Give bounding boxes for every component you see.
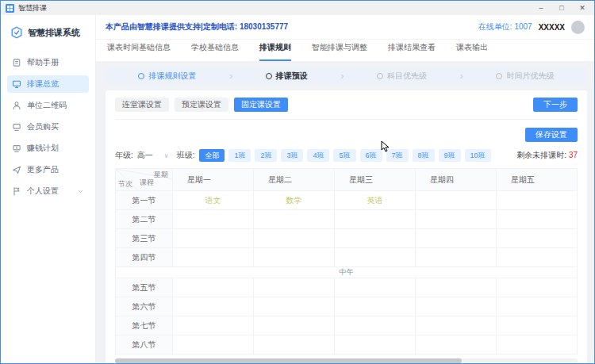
class-button-5[interactable]: 5班 <box>333 149 355 162</box>
sidebar-item-personal[interactable]: 个人设置 <box>7 182 89 200</box>
class-button-10[interactable]: 10班 <box>465 149 491 162</box>
timetable-cell[interactable] <box>335 316 416 335</box>
timetable-cell[interactable] <box>416 191 497 210</box>
class-button-7[interactable]: 7班 <box>386 149 409 162</box>
timetable-cell[interactable] <box>416 335 497 354</box>
save-settings-button[interactable]: 保存设置 <box>525 128 578 142</box>
class-button-0[interactable]: 全部 <box>199 149 225 162</box>
sidebar-item-label: 赚钱计划 <box>27 143 59 154</box>
class-button-1[interactable]: 1班 <box>228 149 251 162</box>
minimize-button[interactable]: – <box>531 2 551 14</box>
sidebar-item-overview[interactable]: 排课总览 <box>7 75 89 93</box>
tab-3[interactable]: 智能排课与调整 <box>312 42 367 61</box>
close-button[interactable]: ✕ <box>572 2 593 14</box>
flag-icon <box>12 186 21 196</box>
timetable-cell[interactable] <box>335 278 416 297</box>
timetable-cell[interactable] <box>254 316 335 335</box>
preset-tab-0[interactable]: 连堂课设置 <box>115 98 169 112</box>
class-button-4[interactable]: 4班 <box>307 149 329 162</box>
step-3[interactable]: 时间片优先级 <box>496 71 554 82</box>
timetable-cell[interactable] <box>254 210 335 229</box>
timetable-cell[interactable] <box>497 278 578 297</box>
avatar[interactable] <box>571 21 585 34</box>
chevron-down-icon: ∨ <box>164 152 169 159</box>
class-button-8[interactable]: 8班 <box>413 149 435 162</box>
timetable-cell[interactable] <box>335 229 416 248</box>
tab-4[interactable]: 排课结果查看 <box>388 42 436 61</box>
step-label: 排课规则设置 <box>148 71 196 82</box>
timetable-cell[interactable] <box>497 210 578 229</box>
maximize-button[interactable]: □ <box>551 2 572 14</box>
timetable-cell[interactable] <box>497 297 578 316</box>
timetable-cell[interactable]: 语文 <box>173 191 254 210</box>
tab-1[interactable]: 学校基础信息 <box>191 42 239 61</box>
sidebar-item-more-products[interactable]: 更多产品 <box>7 161 89 178</box>
timetable-cell[interactable]: 数学 <box>254 191 335 210</box>
corner-week-label: 星期 <box>154 170 168 180</box>
class-button-3[interactable]: 3班 <box>281 149 303 162</box>
grade-label: 年级: <box>115 150 133 161</box>
timetable-cell[interactable] <box>254 278 335 297</box>
step-0[interactable]: 排课规则设置 <box>138 71 196 82</box>
timetable-cell[interactable] <box>416 278 497 297</box>
timetable-cell[interactable] <box>416 229 497 248</box>
app-icon <box>6 4 14 13</box>
preset-tab-2[interactable]: 固定课设置 <box>234 98 288 112</box>
timetable-cell[interactable] <box>254 297 335 316</box>
sidebar-item-unit-qrcode[interactable]: 单位二维码 <box>7 97 89 114</box>
timetable-cell[interactable] <box>416 248 497 267</box>
step-2[interactable]: 科目优先级 <box>377 71 427 82</box>
tab-0[interactable]: 课表时间基础信息 <box>107 42 171 61</box>
timetable-cell[interactable] <box>335 210 416 229</box>
timetable-cell[interactable] <box>497 335 578 354</box>
content-area: 排课规则设置›排课预设›科目优先级›时间片优先级 连堂课设置预定课设置固定课设置… <box>96 61 594 363</box>
scrollbar-thumb[interactable] <box>115 358 462 363</box>
period-label-4: 第五节 <box>116 278 173 297</box>
monitor-icon <box>12 79 21 89</box>
timetable-cell[interactable] <box>416 316 497 335</box>
timetable-cell[interactable] <box>497 248 578 267</box>
sidebar-item-label: 更多产品 <box>27 164 59 175</box>
horizontal-scrollbar[interactable] <box>115 358 578 363</box>
day-header-1: 星期二 <box>254 169 335 191</box>
timetable-cell[interactable] <box>173 229 254 248</box>
titlebar: 智慧排课 – □ ✕ <box>1 1 594 15</box>
timetable-cell[interactable]: 英语 <box>335 191 416 210</box>
day-header-0: 星期一 <box>173 169 254 191</box>
period-label-6: 第七节 <box>116 316 173 335</box>
class-button-9[interactable]: 9班 <box>439 149 461 162</box>
sidebar-item-earn-plan[interactable]: 赚钱计划 <box>7 140 89 157</box>
timetable-cell[interactable] <box>173 210 254 229</box>
tab-2[interactable]: 排课规则 <box>259 42 291 61</box>
timetable-cell[interactable] <box>254 229 335 248</box>
timetable-cell[interactable] <box>254 335 335 354</box>
tab-5[interactable]: 课表输出 <box>456 42 488 61</box>
timetable-cell[interactable] <box>497 316 578 335</box>
timetable-cell[interactable] <box>497 191 578 210</box>
preset-tab-1[interactable]: 预定课设置 <box>175 98 228 112</box>
grade-select[interactable]: 高一 ∨ <box>137 150 169 161</box>
timetable-cell[interactable] <box>335 335 416 354</box>
period-label-2: 第三节 <box>116 229 173 248</box>
topbar: 本产品由智慧排课提供支持|定制电话: 18030135777 在线单位: 100… <box>96 15 594 39</box>
timetable-cell[interactable] <box>173 297 254 316</box>
timetable-cell[interactable] <box>497 229 578 248</box>
timetable-cell[interactable] <box>416 210 497 229</box>
timetable-cell[interactable] <box>173 278 254 297</box>
timetable-cell[interactable] <box>173 335 254 354</box>
support-text: 本产品由智慧排课提供支持|定制电话: 18030135777 <box>106 21 288 33</box>
timetable-cell[interactable] <box>173 248 254 267</box>
class-label: 班级: <box>177 150 195 161</box>
step-label: 科目优先级 <box>387 71 427 82</box>
timetable-cell[interactable] <box>173 316 254 335</box>
timetable-cell[interactable] <box>254 248 335 267</box>
next-step-button[interactable]: 下一步 <box>533 98 578 112</box>
sidebar-item-member-buy[interactable]: 会员购买 <box>7 118 89 136</box>
timetable-cell[interactable] <box>416 297 497 316</box>
timetable-cell[interactable] <box>335 297 416 316</box>
class-button-6[interactable]: 6班 <box>360 149 382 162</box>
step-1[interactable]: 排课预设 <box>266 71 308 82</box>
class-button-2[interactable]: 2班 <box>255 149 277 162</box>
sidebar-item-help-manual[interactable]: 帮助手册 <box>7 54 89 71</box>
timetable-cell[interactable] <box>335 248 416 267</box>
